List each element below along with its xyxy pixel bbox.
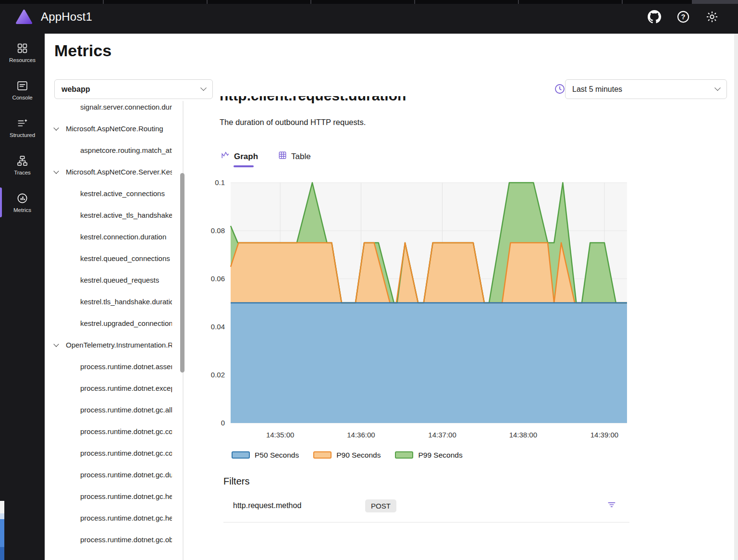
tab-label: Table	[291, 152, 311, 162]
resource-select-value: webapp	[62, 85, 90, 94]
metric-name: process.runtime.dotnet.assemblies.count	[80, 362, 172, 371]
chevron-down-icon	[53, 341, 59, 347]
metric-name: kestrel.queued_connections	[80, 254, 170, 262]
sidebar-item-label: Metrics	[13, 207, 31, 213]
active-tab-underline	[234, 165, 254, 167]
graph-icon	[221, 151, 230, 162]
duration-chart: 00.020.040.060.080.114:35:0014:36:0014:3…	[204, 177, 703, 446]
legend-swatch	[395, 451, 413, 459]
sidebar-item-resources[interactable]: Resources	[0, 34, 45, 71]
x-tick-label: 14:35:00	[266, 431, 294, 439]
legend-swatch	[232, 451, 250, 459]
metric-tree-item[interactable]: process.runtime.dotnet.gc.heap.size	[45, 507, 172, 529]
sidebar-item-metrics[interactable]: Metrics	[0, 184, 45, 221]
sidebar-item-label: Traces	[14, 170, 31, 175]
metric-name: process.runtime.dotnet.gc.committed_memo…	[80, 449, 172, 457]
metric-tree-item[interactable]: kestrel.active_tls_handshakes	[45, 204, 172, 226]
metric-detail-panel: http.client.request.duration The duratio…	[204, 96, 703, 560]
page-title: Metrics	[54, 41, 111, 60]
metric-name: kestrel.tls_handshake.duration	[80, 298, 172, 306]
metric-name: process.runtime.dotnet.gc.duration	[80, 471, 172, 479]
legend-item[interactable]: P50 Seconds	[232, 451, 299, 460]
traces-icon	[16, 155, 28, 167]
settings-icon[interactable]	[705, 10, 719, 24]
metric-tree-item[interactable]: process.runtime.dotnet.gc.committed_memo…	[45, 442, 172, 464]
legend-item[interactable]: P99 Seconds	[395, 451, 462, 460]
metric-tree-item[interactable]: kestrel.queued_connections	[45, 248, 172, 269]
console-icon	[16, 80, 28, 92]
metric-name: Microsoft.AspNetCore.Routing	[66, 124, 163, 133]
metric-tree-panel: signalr.server.connection.durationMicros…	[45, 101, 187, 560]
browser-tab-segment	[692, 0, 738, 4]
tab-graph[interactable]: Graph	[221, 151, 258, 167]
chevron-down-icon	[200, 85, 207, 91]
metric-name: aspnetcore.routing.match_attempts	[80, 146, 172, 154]
metric-name: OpenTelemetry.Instrumentation.Runtime	[66, 341, 172, 349]
metric-tree-item[interactable]: process.runtime.dotnet.gc.heap.fragmenta…	[45, 485, 172, 507]
y-tick-label: 0.08	[211, 226, 225, 235]
help-icon[interactable]: ?	[676, 10, 690, 24]
scrollbar-thumb[interactable]	[180, 173, 184, 373]
x-tick-label: 14:38:00	[509, 431, 537, 439]
series-area-p50	[231, 303, 627, 423]
metric-tree-item[interactable]: kestrel.connection.duration	[45, 226, 172, 248]
sidebar-item-structured[interactable]: Structured	[0, 109, 45, 146]
y-tick-label: 0.04	[211, 323, 225, 331]
sidebar-nav: Resources Console Structured	[0, 34, 45, 560]
metric-description: The duration of outbound HTTP requests.	[220, 118, 703, 127]
filters-heading: Filters	[223, 476, 703, 487]
metric-tree-item[interactable]: kestrel.upgraded_connections	[45, 312, 172, 334]
filter-value-badge: POST	[365, 499, 396, 512]
metric-name: kestrel.connection.duration	[80, 233, 166, 241]
metric-tree-item[interactable]: process.runtime.dotnet.gc.objects.size	[45, 529, 172, 550]
metric-tree-item[interactable]: process.runtime.dotnet.gc.collections.co…	[45, 421, 172, 442]
chart-legend: P50 SecondsP90 SecondsP99 Seconds	[232, 451, 703, 460]
svg-text:?: ?	[681, 13, 686, 21]
metric-tree-item[interactable]: kestrel.active_connections	[45, 183, 172, 204]
metric-name: process.runtime.dotnet.gc.allocations.si…	[80, 406, 172, 414]
app-title: AppHost1	[41, 10, 92, 24]
metric-tree-item[interactable]: aspnetcore.routing.match_attempts	[45, 139, 172, 161]
metric-tree-item[interactable]: process.runtime.dotnet.exceptions.count	[45, 377, 172, 399]
metric-name: kestrel.upgraded_connections	[80, 319, 172, 327]
metrics-page: Metrics webapp Last 5 minutes signalr.se…	[45, 34, 734, 560]
x-tick-label: 14:37:00	[428, 431, 456, 439]
github-icon[interactable]	[648, 10, 661, 24]
metric-name: process.runtime.dotnet.gc.objects.size	[80, 535, 172, 544]
metric-name: process.runtime.dotnet.exceptions.count	[80, 384, 172, 392]
y-tick-label: 0.1	[215, 178, 225, 187]
background-window-edge	[0, 501, 4, 560]
legend-label: P90 Seconds	[336, 451, 381, 460]
metric-tree-item[interactable]: kestrel.queued_requests	[45, 269, 172, 291]
metric-tree-item[interactable]: signalr.server.connection.duration	[45, 101, 172, 118]
resource-select[interactable]: webapp	[54, 79, 213, 99]
x-tick-label: 14:36:00	[347, 431, 375, 439]
aspire-logo-icon	[16, 10, 32, 24]
metric-tree-item[interactable]: process.runtime.dotnet.gc.duration	[45, 464, 172, 485]
y-tick-label: 0.02	[211, 371, 225, 379]
chevron-down-icon	[714, 85, 721, 91]
legend-item[interactable]: P90 Seconds	[313, 451, 381, 460]
metric-tree-item[interactable]: Microsoft.AspNetCore.Routing	[45, 118, 172, 139]
divider	[223, 522, 629, 523]
metric-name: kestrel.active_connections	[80, 189, 165, 198]
metric-tree-item[interactable]: process.runtime.dotnet.assemblies.count	[45, 356, 172, 377]
chevron-down-icon	[53, 168, 59, 174]
sidebar-item-traces[interactable]: Traces	[0, 146, 45, 184]
topbar: AppHost1 ?	[0, 0, 738, 34]
metric-name: process.runtime.dotnet.gc.heap.fragmenta…	[80, 492, 172, 500]
metric-name: signalr.server.connection.duration	[80, 103, 172, 111]
sidebar-item-console[interactable]: Console	[0, 71, 45, 109]
time-range-value: Last 5 minutes	[572, 85, 622, 94]
metric-tree-item[interactable]: process.runtime.dotnet.gc.allocations.si…	[45, 399, 172, 421]
tab-label: Graph	[234, 152, 258, 162]
browser-tabstrip	[0, 0, 738, 4]
structured-icon	[16, 117, 28, 129]
metric-tree-item[interactable]: kestrel.tls_handshake.duration	[45, 291, 172, 312]
filter-icon[interactable]	[607, 500, 617, 511]
metric-tree-item[interactable]: Microsoft.AspNetCore.Server.Kestrel	[45, 161, 172, 183]
metric-tree-item[interactable]: OpenTelemetry.Instrumentation.Runtime	[45, 334, 172, 356]
metric-name: kestrel.queued_requests	[80, 276, 159, 284]
metric-name: Microsoft.AspNetCore.Server.Kestrel	[66, 168, 172, 176]
tab-table[interactable]: Table	[278, 151, 311, 167]
